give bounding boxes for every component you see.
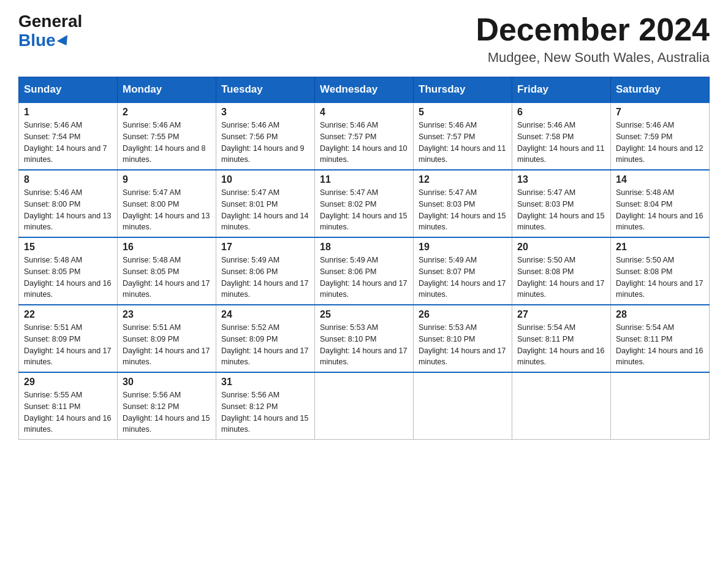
day-number: 9: [123, 174, 211, 185]
day-info: Sunrise: 5:47 AMSunset: 8:02 PMDaylight:…: [320, 188, 407, 231]
day-info: Sunrise: 5:50 AMSunset: 8:08 PMDaylight:…: [517, 256, 604, 299]
calendar-week-row: 22 Sunrise: 5:51 AMSunset: 8:09 PMDaylig…: [19, 305, 710, 372]
calendar-cell: 20 Sunrise: 5:50 AMSunset: 8:08 PMDaylig…: [512, 237, 611, 305]
day-info: Sunrise: 5:46 AMSunset: 7:55 PMDaylight:…: [123, 121, 206, 164]
calendar-cell: 6 Sunrise: 5:46 AMSunset: 7:58 PMDayligh…: [512, 102, 611, 170]
logo-general-text: General: [18, 12, 82, 31]
day-info: Sunrise: 5:48 AMSunset: 8:05 PMDaylight:…: [24, 256, 111, 299]
day-number: 14: [616, 174, 704, 185]
calendar-cell: [414, 372, 512, 440]
day-number: 29: [24, 377, 112, 388]
calendar-cell: 7 Sunrise: 5:46 AMSunset: 7:59 PMDayligh…: [611, 102, 710, 170]
day-number: 19: [419, 242, 507, 253]
day-number: 6: [517, 107, 605, 118]
header-saturday: Saturday: [611, 77, 710, 103]
day-info: Sunrise: 5:48 AMSunset: 8:05 PMDaylight:…: [123, 256, 210, 299]
day-number: 15: [24, 242, 112, 253]
calendar-cell: 24 Sunrise: 5:52 AMSunset: 8:09 PMDaylig…: [216, 305, 315, 372]
day-number: 31: [221, 377, 309, 388]
day-info: Sunrise: 5:49 AMSunset: 8:06 PMDaylight:…: [320, 256, 407, 299]
calendar-week-row: 1 Sunrise: 5:46 AMSunset: 7:54 PMDayligh…: [19, 102, 710, 170]
calendar-cell: 25 Sunrise: 5:53 AMSunset: 8:10 PMDaylig…: [315, 305, 414, 372]
day-info: Sunrise: 5:46 AMSunset: 8:00 PMDaylight:…: [24, 188, 111, 231]
logo: General Blue: [18, 12, 82, 50]
calendar-cell: 23 Sunrise: 5:51 AMSunset: 8:09 PMDaylig…: [118, 305, 216, 372]
day-info: Sunrise: 5:50 AMSunset: 8:08 PMDaylight:…: [616, 256, 703, 299]
day-number: 18: [320, 242, 408, 253]
day-info: Sunrise: 5:49 AMSunset: 8:07 PMDaylight:…: [419, 256, 506, 299]
header-wednesday: Wednesday: [315, 77, 414, 103]
calendar-cell: 15 Sunrise: 5:48 AMSunset: 8:05 PMDaylig…: [19, 237, 118, 305]
day-info: Sunrise: 5:55 AMSunset: 8:11 PMDaylight:…: [24, 391, 111, 434]
day-number: 16: [123, 242, 211, 253]
calendar-cell: 10 Sunrise: 5:47 AMSunset: 8:01 PMDaylig…: [216, 170, 315, 237]
day-info: Sunrise: 5:47 AMSunset: 8:03 PMDaylight:…: [419, 188, 506, 231]
day-number: 30: [123, 377, 211, 388]
calendar-cell: 1 Sunrise: 5:46 AMSunset: 7:54 PMDayligh…: [19, 102, 118, 170]
weekday-header-row: Sunday Monday Tuesday Wednesday Thursday…: [19, 77, 710, 103]
day-number: 3: [221, 107, 309, 118]
calendar-cell: [611, 372, 710, 440]
day-number: 27: [517, 309, 605, 320]
calendar-cell: 16 Sunrise: 5:48 AMSunset: 8:05 PMDaylig…: [118, 237, 216, 305]
day-number: 20: [517, 242, 605, 253]
header-tuesday: Tuesday: [216, 77, 315, 103]
day-number: 17: [221, 242, 309, 253]
header-monday: Monday: [118, 77, 216, 103]
day-info: Sunrise: 5:54 AMSunset: 8:11 PMDaylight:…: [616, 323, 703, 366]
day-number: 4: [320, 107, 408, 118]
calendar-cell: 30 Sunrise: 5:56 AMSunset: 8:12 PMDaylig…: [118, 372, 216, 440]
day-info: Sunrise: 5:46 AMSunset: 7:59 PMDaylight:…: [616, 121, 703, 164]
day-number: 22: [24, 309, 112, 320]
calendar-cell: 21 Sunrise: 5:50 AMSunset: 8:08 PMDaylig…: [611, 237, 710, 305]
calendar-cell: 13 Sunrise: 5:47 AMSunset: 8:03 PMDaylig…: [512, 170, 611, 237]
day-number: 10: [221, 174, 309, 185]
calendar-week-row: 8 Sunrise: 5:46 AMSunset: 8:00 PMDayligh…: [19, 170, 710, 237]
calendar-cell: 8 Sunrise: 5:46 AMSunset: 8:00 PMDayligh…: [19, 170, 118, 237]
day-info: Sunrise: 5:46 AMSunset: 7:57 PMDaylight:…: [320, 121, 407, 164]
calendar-cell: 14 Sunrise: 5:48 AMSunset: 8:04 PMDaylig…: [611, 170, 710, 237]
day-number: 13: [517, 174, 605, 185]
calendar-cell: 31 Sunrise: 5:56 AMSunset: 8:12 PMDaylig…: [216, 372, 315, 440]
calendar-table: Sunday Monday Tuesday Wednesday Thursday…: [18, 77, 710, 440]
calendar-cell: 22 Sunrise: 5:51 AMSunset: 8:09 PMDaylig…: [19, 305, 118, 372]
day-info: Sunrise: 5:48 AMSunset: 8:04 PMDaylight:…: [616, 188, 703, 231]
calendar-cell: 17 Sunrise: 5:49 AMSunset: 8:06 PMDaylig…: [216, 237, 315, 305]
day-info: Sunrise: 5:46 AMSunset: 7:56 PMDaylight:…: [221, 121, 305, 164]
day-info: Sunrise: 5:51 AMSunset: 8:09 PMDaylight:…: [123, 323, 210, 366]
day-number: 1: [24, 107, 112, 118]
calendar-cell: 28 Sunrise: 5:54 AMSunset: 8:11 PMDaylig…: [611, 305, 710, 372]
day-info: Sunrise: 5:47 AMSunset: 8:01 PMDaylight:…: [221, 188, 308, 231]
day-number: 28: [616, 309, 704, 320]
calendar-cell: 2 Sunrise: 5:46 AMSunset: 7:55 PMDayligh…: [118, 102, 216, 170]
calendar-week-row: 15 Sunrise: 5:48 AMSunset: 8:05 PMDaylig…: [19, 237, 710, 305]
day-info: Sunrise: 5:49 AMSunset: 8:06 PMDaylight:…: [221, 256, 308, 299]
calendar-cell: 9 Sunrise: 5:47 AMSunset: 8:00 PMDayligh…: [118, 170, 216, 237]
day-number: 5: [419, 107, 507, 118]
calendar-cell: [315, 372, 414, 440]
day-info: Sunrise: 5:56 AMSunset: 8:12 PMDaylight:…: [123, 391, 210, 434]
calendar-cell: 3 Sunrise: 5:46 AMSunset: 7:56 PMDayligh…: [216, 102, 315, 170]
day-number: 12: [419, 174, 507, 185]
day-info: Sunrise: 5:53 AMSunset: 8:10 PMDaylight:…: [320, 323, 407, 366]
calendar-cell: 26 Sunrise: 5:53 AMSunset: 8:10 PMDaylig…: [414, 305, 512, 372]
day-info: Sunrise: 5:47 AMSunset: 8:00 PMDaylight:…: [123, 188, 210, 231]
calendar-cell: 19 Sunrise: 5:49 AMSunset: 8:07 PMDaylig…: [414, 237, 512, 305]
calendar-cell: 18 Sunrise: 5:49 AMSunset: 8:06 PMDaylig…: [315, 237, 414, 305]
calendar-cell: 12 Sunrise: 5:47 AMSunset: 8:03 PMDaylig…: [414, 170, 512, 237]
day-number: 26: [419, 309, 507, 320]
day-info: Sunrise: 5:54 AMSunset: 8:11 PMDaylight:…: [517, 323, 604, 366]
day-info: Sunrise: 5:46 AMSunset: 7:58 PMDaylight:…: [517, 121, 604, 164]
day-info: Sunrise: 5:46 AMSunset: 7:57 PMDaylight:…: [419, 121, 506, 164]
title-area: December 2024 Mudgee, New South Wales, A…: [476, 12, 710, 66]
logo-arrow-icon: [57, 35, 72, 48]
day-number: 2: [123, 107, 211, 118]
day-info: Sunrise: 5:53 AMSunset: 8:10 PMDaylight:…: [419, 323, 506, 366]
calendar-cell: 4 Sunrise: 5:46 AMSunset: 7:57 PMDayligh…: [315, 102, 414, 170]
day-number: 25: [320, 309, 408, 320]
month-title: December 2024: [476, 12, 710, 47]
day-info: Sunrise: 5:51 AMSunset: 8:09 PMDaylight:…: [24, 323, 111, 366]
day-number: 8: [24, 174, 112, 185]
day-number: 24: [221, 309, 309, 320]
day-info: Sunrise: 5:46 AMSunset: 7:54 PMDaylight:…: [24, 121, 107, 164]
